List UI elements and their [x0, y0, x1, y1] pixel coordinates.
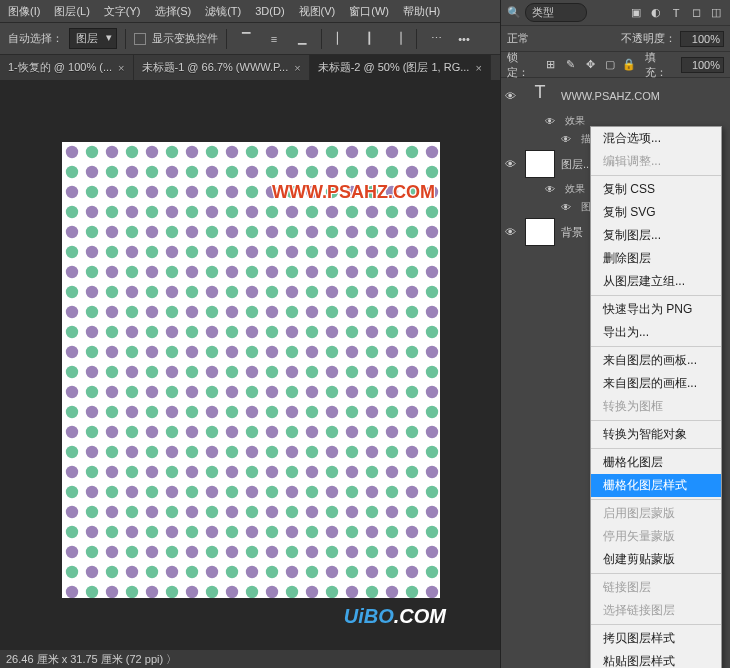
visibility-icon[interactable]: 👁 — [505, 90, 519, 102]
context-menu-item[interactable]: 来自图层的画框... — [591, 372, 721, 395]
lock-transparency-icon[interactable]: ⊞ — [543, 57, 559, 73]
context-menu-item: 编辑调整... — [591, 150, 721, 173]
context-menu-item: 启用图层蒙版 — [591, 502, 721, 525]
opacity-label: 不透明度： — [621, 31, 676, 46]
layer-label: 背景 — [561, 225, 583, 240]
menu-view[interactable]: 视图(V) — [299, 4, 336, 19]
layer-context-menu: 混合选项...编辑调整...复制 CSS复制 SVG复制图层...删除图层从图层… — [590, 126, 722, 668]
tab-doc1[interactable]: 1-恢复的 @ 100% (...× — [0, 55, 134, 80]
lock-position-icon[interactable]: ✥ — [582, 57, 598, 73]
fill-input[interactable]: 100% — [681, 57, 724, 73]
close-icon[interactable]: × — [118, 62, 124, 74]
context-menu-item[interactable]: 粘贴图层样式 — [591, 650, 721, 668]
text-layer-icon: T — [525, 82, 555, 110]
context-menu-item[interactable]: 拷贝图层样式 — [591, 627, 721, 650]
search-icon: 🔍 — [507, 6, 521, 20]
menu-layer[interactable]: 图层(L) — [54, 4, 89, 19]
filter-adjust-icon[interactable]: ◐ — [648, 5, 664, 21]
svg-rect-4 — [62, 142, 440, 598]
visibility-icon[interactable]: 👁 — [545, 184, 559, 195]
fill-label: 填充： — [645, 50, 677, 80]
close-icon[interactable]: × — [294, 62, 300, 74]
more-options-icon[interactable]: ••• — [453, 28, 475, 50]
context-menu-item[interactable]: 复制图层... — [591, 224, 721, 247]
align-top-icon[interactable]: ▔ — [235, 28, 257, 50]
tab-doc3[interactable]: 未标题-2 @ 50% (图层 1, RG...× — [310, 55, 491, 80]
context-menu-item[interactable]: 复制 CSS — [591, 178, 721, 201]
layer-filter-dropdown[interactable]: 类型 — [525, 3, 587, 22]
blend-mode-dropdown[interactable]: 正常 — [507, 31, 607, 46]
distribute-icon[interactable]: ⋯ — [425, 28, 447, 50]
layer-text[interactable]: 👁 T WWW.PSAHZ.COM — [501, 80, 730, 112]
close-icon[interactable]: × — [475, 62, 481, 74]
layer-label: WWW.PSAHZ.COM — [561, 90, 660, 102]
menu-help[interactable]: 帮助(H) — [403, 4, 440, 19]
context-menu-item[interactable]: 混合选项... — [591, 127, 721, 150]
context-menu-item: 选择链接图层 — [591, 599, 721, 622]
tab-doc2[interactable]: 未标题-1 @ 66.7% (WWW.P...× — [134, 55, 310, 80]
opacity-input[interactable]: 100% — [680, 31, 724, 47]
layer-label: 图层... — [561, 157, 592, 172]
canvas-area: WWW.PSAHZ.COM UiBO.COM — [0, 80, 500, 650]
menu-select[interactable]: 选择(S) — [155, 4, 192, 19]
context-menu-item[interactable]: 删除图层 — [591, 247, 721, 270]
context-menu-item[interactable]: 栅格化图层样式 — [591, 474, 721, 497]
visibility-icon[interactable]: 👁 — [545, 116, 559, 127]
filter-shape-icon[interactable]: ◻ — [688, 5, 704, 21]
menu-image[interactable]: 图像(I) — [8, 4, 40, 19]
context-menu-item: 停用矢量蒙版 — [591, 525, 721, 548]
layer-thumbnail — [525, 150, 555, 178]
align-vcenter-icon[interactable]: ≡ — [263, 28, 285, 50]
canvas[interactable]: WWW.PSAHZ.COM — [62, 142, 440, 598]
filter-text-icon[interactable]: T — [668, 5, 684, 21]
lock-all-icon[interactable]: 🔒 — [621, 57, 637, 73]
visibility-icon[interactable]: 👁 — [561, 202, 575, 213]
align-bottom-icon[interactable]: ▁ — [291, 28, 313, 50]
polka-dot-pattern — [62, 142, 440, 598]
filter-image-icon[interactable]: ▣ — [628, 5, 644, 21]
menu-window[interactable]: 窗口(W) — [349, 4, 389, 19]
visibility-icon[interactable]: 👁 — [561, 134, 575, 145]
context-menu-item[interactable]: 栅格化图层 — [591, 451, 721, 474]
menu-filter[interactable]: 滤镜(T) — [205, 4, 241, 19]
align-right-icon[interactable]: ▕ — [386, 28, 408, 50]
visibility-icon[interactable]: 👁 — [505, 226, 519, 238]
align-hcenter-icon[interactable]: ┃ — [358, 28, 380, 50]
menu-text[interactable]: 文字(Y) — [104, 4, 141, 19]
visibility-icon[interactable]: 👁 — [505, 158, 519, 170]
auto-select-dropdown[interactable]: 图层 — [69, 28, 117, 49]
auto-select-label: 自动选择： — [8, 31, 63, 46]
context-menu-item[interactable]: 转换为智能对象 — [591, 423, 721, 446]
brand-watermark: UiBO.COM — [344, 605, 446, 628]
context-menu-item[interactable]: 复制 SVG — [591, 201, 721, 224]
lock-artboard-icon[interactable]: ▢ — [602, 57, 618, 73]
lock-pixels-icon[interactable]: ✎ — [563, 57, 579, 73]
layer-thumbnail — [525, 218, 555, 246]
context-menu-item: 链接图层 — [591, 576, 721, 599]
show-transform-checkbox[interactable] — [134, 33, 146, 45]
watermark-text: WWW.PSAHZ.COM — [272, 182, 435, 203]
menu-3d[interactable]: 3D(D) — [255, 5, 284, 17]
status-bar: 26.46 厘米 x 31.75 厘米 (72 ppi) 〉 — [0, 650, 500, 668]
align-left-icon[interactable]: ▏ — [330, 28, 352, 50]
show-transform-label: 显示变换控件 — [152, 31, 218, 46]
context-menu-item: 转换为图框 — [591, 395, 721, 418]
context-menu-item[interactable]: 来自图层的画板... — [591, 349, 721, 372]
context-menu-item[interactable]: 快速导出为 PNG — [591, 298, 721, 321]
context-menu-item[interactable]: 创建剪贴蒙版 — [591, 548, 721, 571]
context-menu-item[interactable]: 导出为... — [591, 321, 721, 344]
filter-smart-icon[interactable]: ◫ — [708, 5, 724, 21]
lock-label: 锁定： — [507, 50, 539, 80]
context-menu-item[interactable]: 从图层建立组... — [591, 270, 721, 293]
